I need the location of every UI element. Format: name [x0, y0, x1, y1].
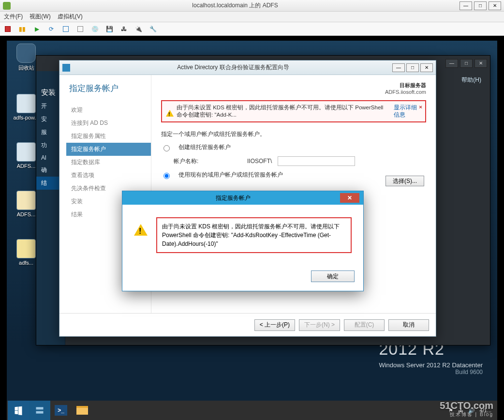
wizard-step[interactable]: 指定服务属性: [69, 130, 151, 143]
folder-icon: [76, 406, 88, 415]
bgwin-maximize[interactable]: □: [460, 59, 473, 68]
network-icon[interactable]: 🖧: [120, 25, 128, 33]
warning-icon: [134, 217, 149, 233]
svg-rect-1: [36, 411, 44, 414]
bgwin-help-link[interactable]: 帮助(H): [461, 76, 481, 84]
warning-text: 由于尚未设置 KDS 根密钥，因此组托管服务帐户不可用。请使用以下 PowerS…: [177, 104, 388, 119]
tray-clock[interactable]: 4/1...: [480, 407, 491, 413]
taskbar-server-manager[interactable]: [29, 401, 50, 420]
wizard-step[interactable]: 查看选项: [69, 169, 151, 182]
svg-rect-0: [36, 407, 44, 409]
play-icon[interactable]: ▶: [33, 25, 41, 33]
account-prefix: IIOSOFT\: [247, 158, 272, 165]
message-box-text: 由于尚未设置 KDS 根密钥，因此组托管服务帐户不可用。请使用以下 PowerS…: [156, 217, 352, 253]
show-details-link[interactable]: 显示详细信息: [394, 104, 421, 119]
wizard-step[interactable]: 指定数据库: [69, 156, 151, 169]
maximize-button[interactable]: □: [474, 1, 487, 10]
dismiss-warning-icon[interactable]: ×: [419, 104, 422, 110]
message-box-titlebar[interactable]: 指定服务帐户 ✕: [122, 191, 363, 205]
wizard-next-button[interactable]: 下一步(N) >: [299, 319, 340, 331]
menu-file[interactable]: 文件(F): [4, 13, 23, 21]
message-box-close[interactable]: ✕: [340, 193, 359, 203]
snapshot-icon[interactable]: [62, 25, 70, 33]
server-icon: [35, 405, 44, 415]
menu-vm[interactable]: 虚拟机(V): [58, 13, 83, 21]
vm-menubar: 文件(F) 视图(W) 虚拟机(V): [0, 12, 504, 22]
vm-window-title: localhost.localdomain 上的 ADFS: [11, 1, 460, 10]
wizard-heading: 指定服务帐户: [69, 83, 151, 94]
taskbar-powershell[interactable]: >_: [50, 401, 72, 420]
minimize-button[interactable]: —: [460, 1, 472, 10]
tray-sound-icon[interactable]: 🔊: [468, 407, 475, 414]
remote-desktop[interactable]: 回收站 adfs-pow... ADFS... ADFS... adfs... …: [7, 41, 497, 420]
radio-create-label: 创建组托管服务帐户: [178, 143, 231, 151]
radio-create-gmsa[interactable]: [163, 145, 170, 151]
wizard-minimize[interactable]: —: [392, 63, 405, 72]
refresh-icon[interactable]: ⟳: [47, 25, 55, 33]
wizard-icon: [62, 64, 70, 72]
wizard-footer: < 上一步(P) 下一步(N) > 配置(C) 取消: [59, 313, 436, 336]
vm-toolbar: ▮▮ ▶ ⟳ 💿 💾 🖧 🔌 🔧: [0, 22, 504, 36]
tray-network-icon[interactable]: 🖧: [458, 407, 463, 413]
description-text: 指定一个域用户帐户或组托管服务帐户。: [161, 130, 426, 138]
target-label: 目标服务器: [400, 82, 426, 88]
cd-icon[interactable]: 💿: [91, 25, 99, 33]
account-name-input[interactable]: [278, 156, 355, 166]
disk-icon[interactable]: [76, 25, 84, 33]
brand-edition: Windows Server 2012 R2 Datacenter: [379, 361, 483, 369]
bgwin-close[interactable]: ✕: [474, 59, 487, 68]
wizard-prev-button[interactable]: < 上一步(P): [254, 319, 295, 331]
start-button[interactable]: [8, 401, 29, 420]
floppy-icon[interactable]: 💾: [105, 25, 113, 33]
kds-warning-bar: 由于尚未设置 KDS 根密钥，因此组托管服务帐户不可用。请使用以下 PowerS…: [161, 100, 426, 122]
taskbar-explorer[interactable]: [72, 401, 93, 420]
brand-build: Build 9600: [379, 369, 483, 375]
wizard-step-current[interactable]: 指定服务帐户: [66, 143, 151, 156]
menu-view[interactable]: 视图(W): [30, 13, 50, 21]
vm-titlebar: localhost.localdomain 上的 ADFS — □ ✕: [0, 0, 504, 12]
target-host: ADFS.iiosoft.com: [385, 89, 426, 95]
message-box-ok-button[interactable]: 确定: [311, 270, 355, 282]
taskbar[interactable]: >_ ⚑ 🖧 🔊 4/1...: [7, 401, 497, 420]
target-server-block: 目标服务器 ADFS.iiosoft.com: [385, 82, 426, 95]
radio-existing-account[interactable]: [163, 173, 170, 179]
tray-flag-icon[interactable]: ⚑: [448, 407, 453, 414]
wizard-cancel-button[interactable]: 取消: [388, 319, 429, 331]
windows-icon: [14, 405, 23, 415]
wizard-titlebar[interactable]: Active Directory 联合身份验证服务配置向导 — □ ✕: [59, 60, 436, 75]
wizard-close[interactable]: ✕: [420, 63, 433, 72]
warning-icon: [166, 106, 174, 117]
bgwin-minimize[interactable]: —: [445, 59, 458, 68]
wizard-maximize[interactable]: □: [406, 63, 419, 72]
wizard-step[interactable]: 欢迎: [69, 104, 151, 117]
remote-viewport: 回收站 adfs-pow... ADFS... ADFS... adfs... …: [0, 36, 504, 420]
select-account-button[interactable]: 选择(S)...: [385, 176, 424, 186]
radio-existing-label: 使用现有的域用户帐户或组托管服务帐户: [178, 171, 283, 179]
message-box-title: 指定服务帐户: [126, 194, 340, 202]
powershell-icon: >_: [55, 405, 67, 416]
message-box[interactable]: 指定服务帐户 ✕ 由于尚未设置 KDS 根密钥，因此组托管服务帐户不可用。请使用…: [122, 191, 364, 291]
settings-icon[interactable]: 🔧: [149, 25, 157, 33]
wizard-title: Active Directory 联合身份验证服务配置向导: [74, 63, 392, 72]
usb-icon[interactable]: 🔌: [134, 25, 142, 33]
wizard-configure-button[interactable]: 配置(C): [344, 319, 385, 331]
wizard-step[interactable]: 连接到 AD DS: [69, 117, 151, 130]
stop-icon[interactable]: [4, 25, 12, 33]
close-button[interactable]: ✕: [489, 1, 501, 10]
taskbar-tray[interactable]: ⚑ 🖧 🔊 4/1...: [448, 407, 496, 414]
account-name-label: 帐户名称:: [174, 157, 241, 165]
pause-icon[interactable]: ▮▮: [18, 25, 26, 33]
vsphere-icon: [3, 2, 11, 10]
